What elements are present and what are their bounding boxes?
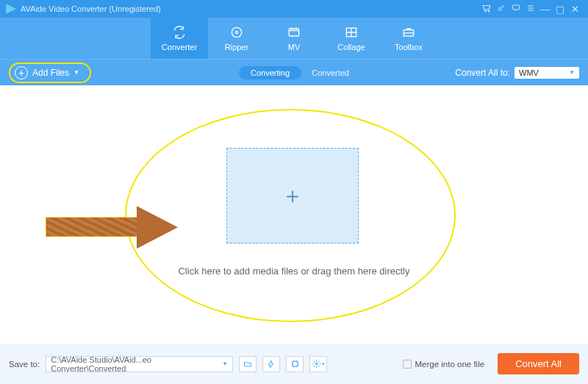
app-logo-icon — [6, 4, 16, 14]
maximize-icon[interactable]: ▢ — [553, 4, 567, 15]
menu-icon[interactable] — [523, 4, 538, 15]
convert-icon — [172, 25, 187, 40]
speed-boost-button[interactable] — [262, 356, 280, 372]
merge-label: Merge into one file — [415, 360, 485, 369]
nav-label: Toolbox — [395, 43, 423, 51]
nav-collage[interactable]: Collage — [323, 18, 380, 59]
open-folder-button[interactable] — [239, 356, 257, 372]
save-path-value: C:\AVAide Studio\AVAid...eo Converter\Co… — [51, 355, 222, 373]
chevron-down-icon: ▼ — [74, 69, 79, 76]
svg-point-2 — [498, 7, 501, 10]
plus-icon: ＋ — [282, 181, 304, 211]
convert-all-to-label: Convert All to: — [455, 68, 510, 78]
add-files-dropzone[interactable]: ＋ — [226, 148, 359, 243]
nav-label: Converter — [162, 43, 197, 51]
chevron-down-icon: ▼ — [222, 360, 228, 367]
gpu-accel-button[interactable] — [286, 356, 304, 372]
svg-point-1 — [488, 10, 490, 12]
tab-converting[interactable]: Converting — [239, 66, 301, 79]
output-format-select[interactable]: WMV ▼ — [514, 67, 579, 79]
feedback-icon[interactable] — [509, 4, 523, 15]
checkbox-icon — [403, 360, 412, 369]
svg-point-10 — [315, 363, 318, 365]
tutorial-arrow-icon — [46, 207, 193, 247]
add-files-label: Add Files — [32, 68, 69, 78]
chevron-down-icon: ▼ — [569, 69, 575, 76]
footer-bar: Save to: C:\AVAide Studio\AVAid...eo Con… — [0, 344, 588, 384]
convert-all-button[interactable]: Convert All — [498, 353, 579, 374]
plus-circle-icon: + — [15, 66, 28, 79]
output-format-value: WMV — [519, 68, 539, 77]
svg-rect-3 — [513, 5, 520, 10]
dropzone-caption: Click here to add media files or drag th… — [0, 266, 588, 277]
settings-button[interactable]: ▾ — [309, 356, 327, 372]
save-path-select[interactable]: C:\AVAide Studio\AVAid...eo Converter\Co… — [46, 356, 233, 372]
svg-rect-6 — [289, 29, 298, 36]
nav-label: Ripper — [225, 43, 248, 51]
add-files-button[interactable]: + Add Files ▼ — [9, 63, 91, 83]
nav-label: MV — [288, 43, 301, 51]
minimize-icon[interactable]: — — [538, 4, 553, 15]
sub-toolbar: + Add Files ▼ Converting Converted Conve… — [0, 59, 588, 85]
close-icon[interactable]: ✕ — [567, 4, 582, 15]
key-icon[interactable] — [494, 4, 509, 15]
svg-point-5 — [235, 31, 237, 33]
svg-point-4 — [232, 27, 241, 37]
nav-label: Collage — [337, 43, 365, 51]
mv-icon — [287, 25, 301, 40]
tab-converted[interactable]: Converted — [312, 68, 349, 77]
svg-point-0 — [484, 10, 486, 12]
app-title: AVAide Video Converter (Unregistered) — [21, 4, 161, 13]
ripper-icon — [229, 25, 244, 40]
nav-mv[interactable]: MV — [265, 18, 323, 59]
svg-rect-9 — [293, 361, 298, 366]
save-to-label: Save to: — [9, 360, 40, 369]
nav-converter[interactable]: Converter — [151, 18, 208, 59]
nav-toolbox[interactable]: Toolbox — [380, 18, 437, 59]
nav-ripper[interactable]: Ripper — [208, 18, 265, 59]
merge-checkbox[interactable]: Merge into one file — [403, 360, 485, 369]
toolbox-icon — [401, 25, 416, 40]
collage-icon — [344, 25, 359, 40]
title-bar: AVAide Video Converter (Unregistered) — … — [0, 0, 588, 18]
workspace: ＋ Click here to add media files or drag … — [0, 85, 588, 344]
main-nav: Converter Ripper MV Collage Toolbox — [0, 18, 588, 59]
cart-icon[interactable] — [479, 3, 494, 15]
